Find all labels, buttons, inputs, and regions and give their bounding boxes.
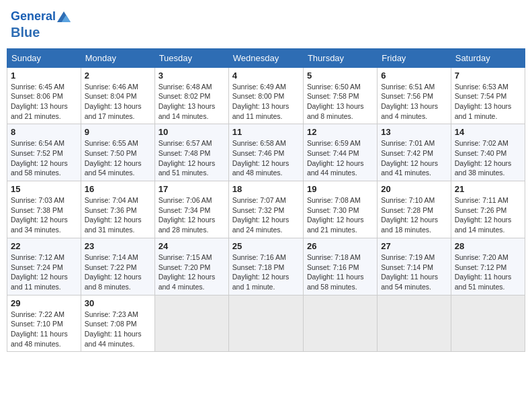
day-info: Sunrise: 7:20 AMSunset: 7:12 PMDaylight:… <box>455 253 521 292</box>
day-info: Sunrise: 7:11 AMSunset: 7:26 PMDaylight:… <box>455 195 521 235</box>
day-number: 29 <box>11 298 77 308</box>
day-info: Sunrise: 7:22 AMSunset: 7:10 PMDaylight:… <box>11 310 77 349</box>
day-number: 30 <box>85 298 151 308</box>
day-number: 7 <box>455 71 521 81</box>
day-info: Sunrise: 7:16 AMSunset: 7:18 PMDaylight:… <box>232 253 300 292</box>
calendar-day-cell: 12Sunrise: 6:59 AMSunset: 7:44 PMDayligh… <box>303 124 377 181</box>
calendar-day-cell <box>228 295 303 352</box>
calendar-day-cell: 13Sunrise: 7:01 AMSunset: 7:42 PMDayligh… <box>378 124 451 181</box>
calendar-day-header: Saturday <box>451 48 525 67</box>
day-info: Sunrise: 7:15 AMSunset: 7:20 PMDaylight:… <box>159 253 225 292</box>
calendar-day-cell: 17Sunrise: 7:06 AMSunset: 7:34 PMDayligh… <box>154 181 228 238</box>
day-number: 17 <box>159 184 225 194</box>
calendar-day-header: Tuesday <box>154 48 228 67</box>
day-info: Sunrise: 6:51 AMSunset: 7:56 PMDaylight:… <box>381 82 447 122</box>
calendar-day-header: Wednesday <box>228 48 303 67</box>
day-number: 5 <box>307 71 373 81</box>
day-number: 20 <box>381 184 447 194</box>
day-number: 26 <box>307 241 373 251</box>
calendar-day-cell: 22Sunrise: 7:12 AMSunset: 7:24 PMDayligh… <box>7 238 81 295</box>
day-info: Sunrise: 6:48 AMSunset: 8:02 PMDaylight:… <box>159 82 225 122</box>
day-number: 16 <box>85 184 151 194</box>
calendar-body: 1Sunrise: 6:45 AMSunset: 8:06 PMDaylight… <box>7 67 525 352</box>
calendar-week-row: 8Sunrise: 6:54 AMSunset: 7:52 PMDaylight… <box>7 124 525 181</box>
logo-blue: Blue <box>11 24 71 40</box>
day-info: Sunrise: 6:45 AMSunset: 8:06 PMDaylight:… <box>11 82 77 122</box>
calendar-day-cell: 27Sunrise: 7:19 AMSunset: 7:14 PMDayligh… <box>378 238 451 295</box>
calendar-day-cell: 2Sunrise: 6:46 AMSunset: 8:04 PMDaylight… <box>81 67 154 124</box>
logo: General Blue <box>11 9 71 40</box>
day-number: 11 <box>232 127 300 137</box>
calendar-day-cell: 21Sunrise: 7:11 AMSunset: 7:26 PMDayligh… <box>451 181 525 238</box>
day-number: 15 <box>11 184 77 194</box>
day-number: 25 <box>232 241 300 251</box>
calendar-day-cell: 20Sunrise: 7:10 AMSunset: 7:28 PMDayligh… <box>378 181 451 238</box>
day-info: Sunrise: 6:46 AMSunset: 8:04 PMDaylight:… <box>85 82 151 122</box>
day-number: 14 <box>455 127 521 137</box>
day-number: 2 <box>85 71 151 81</box>
day-number: 18 <box>232 184 300 194</box>
day-info: Sunrise: 7:12 AMSunset: 7:24 PMDaylight:… <box>11 253 77 292</box>
calendar-day-cell: 14Sunrise: 7:02 AMSunset: 7:40 PMDayligh… <box>451 124 525 181</box>
day-info: Sunrise: 7:02 AMSunset: 7:40 PMDaylight:… <box>455 138 521 178</box>
day-info: Sunrise: 7:18 AMSunset: 7:16 PMDaylight:… <box>307 253 373 292</box>
calendar-day-cell: 19Sunrise: 7:08 AMSunset: 7:30 PMDayligh… <box>303 181 377 238</box>
day-number: 23 <box>85 241 151 251</box>
logo-icon <box>57 10 71 24</box>
day-info: Sunrise: 6:53 AMSunset: 7:54 PMDaylight:… <box>455 82 521 122</box>
calendar-day-cell: 6Sunrise: 6:51 AMSunset: 7:56 PMDaylight… <box>378 67 451 124</box>
calendar-day-cell <box>154 295 228 352</box>
day-info: Sunrise: 7:10 AMSunset: 7:28 PMDaylight:… <box>381 195 447 235</box>
day-info: Sunrise: 6:54 AMSunset: 7:52 PMDaylight:… <box>11 138 77 178</box>
day-info: Sunrise: 7:14 AMSunset: 7:22 PMDaylight:… <box>85 253 151 292</box>
calendar-day-cell: 1Sunrise: 6:45 AMSunset: 8:06 PMDaylight… <box>7 67 81 124</box>
calendar-day-cell: 7Sunrise: 6:53 AMSunset: 7:54 PMDaylight… <box>451 67 525 124</box>
day-number: 6 <box>381 71 447 81</box>
day-number: 28 <box>455 241 521 251</box>
calendar-day-cell: 5Sunrise: 6:50 AMSunset: 7:58 PMDaylight… <box>303 67 377 124</box>
calendar-day-cell <box>303 295 377 352</box>
day-number: 19 <box>307 184 373 194</box>
logo-text: General <box>11 9 56 24</box>
calendar-table: SundayMondayTuesdayWednesdayThursdayFrid… <box>7 48 525 353</box>
day-number: 3 <box>159 71 225 81</box>
day-number: 13 <box>381 127 447 137</box>
calendar-day-cell: 16Sunrise: 7:04 AMSunset: 7:36 PMDayligh… <box>81 181 154 238</box>
day-info: Sunrise: 6:55 AMSunset: 7:50 PMDaylight:… <box>85 138 151 178</box>
day-info: Sunrise: 6:49 AMSunset: 8:00 PMDaylight:… <box>232 82 300 122</box>
calendar-day-cell: 9Sunrise: 6:55 AMSunset: 7:50 PMDaylight… <box>81 124 154 181</box>
day-number: 12 <box>307 127 373 137</box>
calendar-day-cell: 3Sunrise: 6:48 AMSunset: 8:02 PMDaylight… <box>154 67 228 124</box>
calendar-day-cell: 10Sunrise: 6:57 AMSunset: 7:48 PMDayligh… <box>154 124 228 181</box>
calendar-day-header: Sunday <box>7 48 81 67</box>
day-number: 9 <box>85 127 151 137</box>
day-number: 22 <box>11 241 77 251</box>
calendar-day-cell: 15Sunrise: 7:03 AMSunset: 7:38 PMDayligh… <box>7 181 81 238</box>
calendar-week-row: 29Sunrise: 7:22 AMSunset: 7:10 PMDayligh… <box>7 295 525 352</box>
day-info: Sunrise: 6:50 AMSunset: 7:58 PMDaylight:… <box>307 82 373 122</box>
calendar-day-cell: 26Sunrise: 7:18 AMSunset: 7:16 PMDayligh… <box>303 238 377 295</box>
day-info: Sunrise: 7:08 AMSunset: 7:30 PMDaylight:… <box>307 195 373 235</box>
calendar-week-row: 1Sunrise: 6:45 AMSunset: 8:06 PMDaylight… <box>7 67 525 124</box>
calendar-day-header: Monday <box>81 48 154 67</box>
calendar-header-row: SundayMondayTuesdayWednesdayThursdayFrid… <box>7 48 525 67</box>
day-info: Sunrise: 7:07 AMSunset: 7:32 PMDaylight:… <box>232 195 300 235</box>
day-info: Sunrise: 7:03 AMSunset: 7:38 PMDaylight:… <box>11 195 77 235</box>
day-number: 27 <box>381 241 447 251</box>
day-number: 4 <box>232 71 300 81</box>
calendar-day-header: Thursday <box>303 48 377 67</box>
calendar-day-cell: 28Sunrise: 7:20 AMSunset: 7:12 PMDayligh… <box>451 238 525 295</box>
day-info: Sunrise: 6:58 AMSunset: 7:46 PMDaylight:… <box>232 138 300 178</box>
calendar-week-row: 15Sunrise: 7:03 AMSunset: 7:38 PMDayligh… <box>7 181 525 238</box>
day-number: 1 <box>11 71 77 81</box>
day-info: Sunrise: 7:06 AMSunset: 7:34 PMDaylight:… <box>159 195 225 235</box>
day-info: Sunrise: 7:04 AMSunset: 7:36 PMDaylight:… <box>85 195 151 235</box>
calendar-day-cell: 11Sunrise: 6:58 AMSunset: 7:46 PMDayligh… <box>228 124 303 181</box>
day-info: Sunrise: 6:59 AMSunset: 7:44 PMDaylight:… <box>307 138 373 178</box>
calendar-day-cell: 23Sunrise: 7:14 AMSunset: 7:22 PMDayligh… <box>81 238 154 295</box>
calendar-day-cell: 18Sunrise: 7:07 AMSunset: 7:32 PMDayligh… <box>228 181 303 238</box>
day-number: 8 <box>11 127 77 137</box>
day-info: Sunrise: 7:19 AMSunset: 7:14 PMDaylight:… <box>381 253 447 292</box>
calendar-day-header: Friday <box>378 48 451 67</box>
day-info: Sunrise: 6:57 AMSunset: 7:48 PMDaylight:… <box>159 138 225 178</box>
